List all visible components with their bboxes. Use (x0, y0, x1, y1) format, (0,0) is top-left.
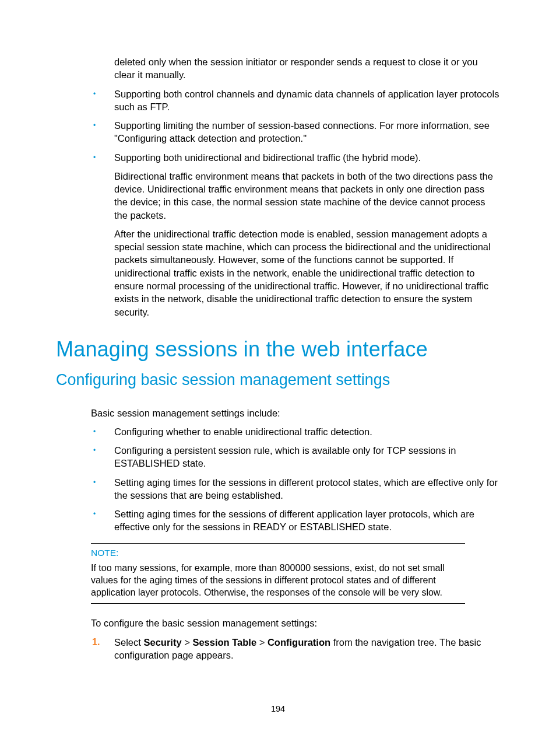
nav-step-bold: Configuration (268, 637, 330, 648)
list-item: Configuring a persistent session rule, w… (56, 444, 500, 470)
continuation-paragraph: deleted only when the session initiator … (114, 55, 500, 82)
steps-intro: To configure the basic session managemen… (91, 617, 500, 629)
page-number: 194 (0, 704, 556, 715)
list-item-text: Configuring whether to enable unidirecti… (114, 425, 500, 438)
nav-sep: > (256, 637, 268, 648)
nav-step-bold: Security (143, 637, 181, 648)
note-label: NOTE: (91, 547, 465, 559)
step-text-pre: Select (114, 637, 143, 648)
list-item: Supporting limiting the number of sessio… (56, 119, 500, 145)
list-item: Supporting both unidirectional and bidir… (56, 151, 500, 318)
heading-1: Managing sessions in the web interface (56, 336, 500, 362)
list-item-text: Supporting both unidirectional and bidir… (114, 151, 500, 164)
step-text-post: from the navigation tree. (330, 637, 437, 648)
note-callout: NOTE: If too many sessions, for example,… (91, 543, 465, 604)
list-item-follow-text: Bidirectional traffic environment means … (114, 170, 500, 222)
step-text: Select Security > Session Table > Config… (114, 637, 439, 648)
list-item: Supporting both control channels and dyn… (56, 88, 500, 114)
heading-2: Configuring basic session management set… (56, 370, 500, 390)
settings-bullet-list: Configuring whether to enable unidirecti… (56, 425, 500, 534)
list-item-text: Supporting both control channels and dyn… (114, 88, 500, 114)
step-item: Select Security > Session Table > Config… (56, 636, 500, 662)
list-item: Setting aging times for the sessions of … (56, 508, 500, 534)
list-item-follow-text: After the unidirectional traffic detecti… (114, 228, 500, 318)
list-item-text: Supporting limiting the number of sessio… (114, 119, 500, 145)
ordered-steps: Select Security > Session Table > Config… (56, 636, 500, 662)
list-item: Setting aging times for the sessions in … (56, 476, 500, 502)
list-item-text: Setting aging times for the sessions in … (114, 476, 500, 502)
nav-sep: > (182, 637, 193, 648)
list-item-text: Setting aging times for the sessions of … (114, 508, 500, 534)
document-page: deleted only when the session initiator … (0, 0, 556, 756)
intro-paragraph: Basic session management settings includ… (91, 407, 500, 419)
list-item: Configuring whether to enable unidirecti… (56, 425, 500, 438)
list-item-text: Configuring a persistent session rule, w… (114, 444, 500, 470)
note-body: If too many sessions, for example, more … (91, 562, 465, 599)
nav-step-bold: Session Table (192, 637, 256, 648)
feature-bullet-list: Supporting both control channels and dyn… (56, 88, 500, 318)
